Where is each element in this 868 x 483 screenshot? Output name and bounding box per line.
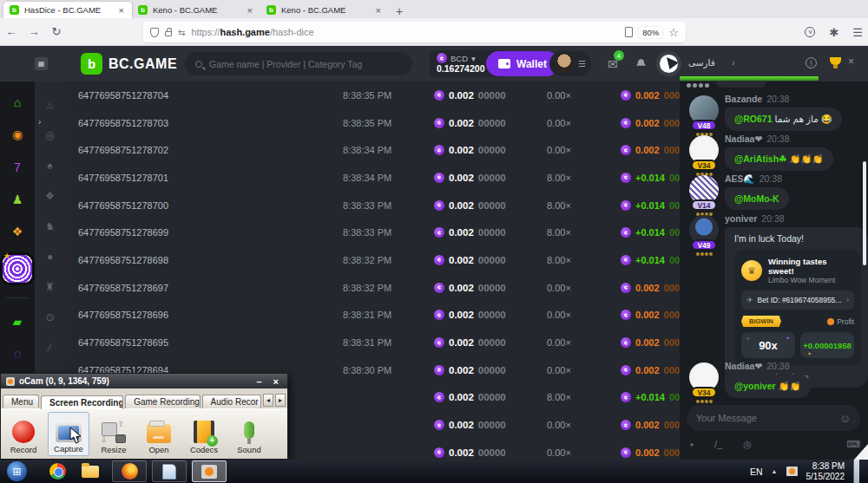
table-row[interactable]: 647769587512787048:38:35 PM¢0.002000000.… — [65, 82, 680, 109]
forward-icon[interactable]: → — [23, 25, 45, 38]
ocam-tab-menu[interactable]: Menu — [3, 395, 39, 408]
sidebar-toggle-icon[interactable]: ▦ — [35, 57, 48, 70]
category-icon-2[interactable]: ♠ — [47, 160, 52, 172]
bookmark-star-icon[interactable]: ☆ — [668, 26, 679, 39]
taskbar-explorer-icon[interactable] — [74, 460, 107, 482]
ocam-tab-scroll-right-icon[interactable]: ▸ — [275, 394, 286, 407]
browser-tab[interactable]: bKeno - BC.GAME× — [132, 2, 260, 18]
ocam-tab-game-recording[interactable]: Game Recording — [125, 395, 200, 408]
keyboard-icon[interactable]: ⌨ — [846, 439, 860, 450]
ocam-sound-button[interactable]: Sound — [228, 412, 270, 456]
chat-mention[interactable]: @yoniver — [734, 381, 779, 391]
category-icon-1[interactable]: ◎ — [45, 129, 54, 141]
sidebar-item-casino[interactable]: ◉ — [8, 126, 27, 143]
show-desktop-button[interactable] — [853, 460, 859, 483]
taskbar-chrome-icon[interactable] — [41, 460, 74, 482]
taskbar-firefox-button[interactable] — [112, 460, 147, 482]
chat-mention[interactable]: @AriAtish☘ — [734, 153, 789, 164]
taskbar-ocam-button[interactable] — [192, 460, 227, 482]
trophy-icon[interactable] — [830, 57, 841, 65]
notifications-bell-icon[interactable] — [636, 59, 646, 68]
table-row[interactable]: 647769587512787018:38:34 PM¢0.002000008.… — [65, 164, 680, 192]
sidebar-item-hash-dice[interactable] — [3, 255, 32, 282]
bcgame-logo[interactable]: b BC.GAME — [81, 53, 177, 75]
chat-scrollbar[interactable] — [863, 161, 866, 265]
ocam-capture-button[interactable]: Capture — [48, 412, 89, 456]
chat-input[interactable]: ☺ — [687, 405, 860, 431]
game-search[interactable] — [185, 52, 412, 75]
emoji-icon[interactable]: ☺ — [839, 412, 851, 425]
chat-language-tab[interactable]: فارسی — [688, 57, 715, 68]
table-row[interactable]: 647769587512786958:38:31 PM¢0.002000000.… — [65, 329, 680, 356]
chat-mention[interactable]: @RO671 — [734, 114, 774, 124]
chat-message-field[interactable] — [696, 413, 839, 423]
sidebar-expand-chevron-icon[interactable]: › — [38, 117, 41, 127]
ocam-tab-audio-recor[interactable]: Audio Recor — [202, 395, 261, 408]
zoom-level[interactable]: 80% — [639, 27, 662, 38]
table-row[interactable]: 647769587512786988:38:32 PM¢0.002000008.… — [65, 246, 680, 274]
tray-ocam-icon[interactable] — [786, 467, 798, 476]
category-icon-8[interactable]: ⁄ — [49, 342, 50, 354]
category-icon-7[interactable]: ⊙ — [45, 311, 54, 323]
chat-mention[interactable]: @MoMo-K — [734, 193, 779, 204]
table-row[interactable]: 647769587512787038:38:35 PM¢0.002000000.… — [65, 109, 680, 137]
pocket-icon[interactable]: ∨ — [805, 27, 815, 37]
ocam-open-button[interactable]: Open — [138, 412, 180, 456]
sidebar-item-shopping[interactable]: ❖ — [8, 223, 27, 240]
gif-icon[interactable]: ◎ — [743, 439, 752, 450]
profile-menu[interactable]: ☰ — [549, 51, 591, 76]
back-icon[interactable]: ← — [0, 25, 23, 38]
slash-command-icon[interactable]: /_ — [714, 439, 722, 450]
language-indicator[interactable]: EN — [750, 467, 763, 477]
messages-button[interactable]: ✉ 4 — [608, 56, 618, 72]
taskbar-clock[interactable]: 8:38 PM 5/15/2022 — [806, 461, 845, 482]
dice-bet-icon[interactable]: ⬩ — [690, 439, 694, 450]
category-icon-0[interactable]: ♨ — [45, 99, 55, 111]
tracking-shield-icon[interactable] — [150, 28, 159, 37]
table-row[interactable]: 647769587512786978:38:32 PM¢0.002000000.… — [65, 274, 680, 302]
tab-close-icon[interactable]: × — [117, 5, 126, 16]
sidebar-item-home[interactable]: ⌂ — [8, 94, 27, 111]
category-icon-6[interactable]: ♜ — [45, 281, 55, 293]
tab-close-icon[interactable]: × — [246, 5, 254, 16]
category-icon-3[interactable]: ❖ — [45, 190, 55, 202]
ocam-resize-button[interactable]: ⇧⇩Resize — [93, 412, 135, 456]
search-input[interactable] — [209, 59, 383, 69]
browser-tab[interactable]: bHasDice - BC.GAME× — [3, 2, 132, 18]
ocam-close-button[interactable]: × — [270, 376, 282, 387]
reload-icon[interactable]: ↻ — [45, 25, 68, 38]
chat-toggle-button[interactable] — [656, 51, 681, 76]
taskbar-notepad-button[interactable] — [152, 460, 187, 482]
permissions-icon[interactable]: ⇆ — [178, 28, 185, 37]
chat-tab-chevron-icon[interactable]: › — [732, 57, 735, 68]
bet-id-pill[interactable]: ✈Bet ID: #619674058955...› — [741, 290, 854, 310]
tab-close-icon[interactable]: × — [374, 5, 383, 16]
ocam-minimize-button[interactable]: – — [253, 376, 265, 387]
table-row[interactable]: 647769587512787028:38:34 PM¢0.002000000.… — [65, 136, 680, 164]
extensions-icon[interactable]: ✱ — [829, 26, 838, 39]
ocam-tab-scroll-left-icon[interactable]: ◂ — [263, 394, 273, 407]
ocam-codecs-button[interactable]: Codecs — [183, 412, 225, 456]
url-bar[interactable]: ⇆ https://hash.game/hash-dice 80% ☆ — [143, 22, 686, 42]
ocam-titlebar[interactable]: oCam (0, 9, 1364, 759) – × — [1, 374, 287, 388]
category-icon-4[interactable]: ♞ — [45, 220, 55, 232]
table-row[interactable]: 647769587512786968:38:31 PM¢0.002000000.… — [65, 302, 680, 330]
user-avatar[interactable] — [555, 54, 574, 74]
tray-expand-icon[interactable]: ▲ — [772, 468, 778, 474]
ocam-record-button[interactable]: Record — [3, 412, 44, 456]
ocam-tab-screen-recording[interactable]: Screen Recording — [41, 395, 123, 409]
sidebar-item-bonus[interactable]: ◌ — [8, 345, 27, 362]
chat-rules-icon[interactable]: ! — [806, 57, 817, 69]
reader-mode-icon[interactable] — [625, 27, 633, 37]
table-row[interactable]: 647769587512786998:38:33 PM¢0.002000008.… — [65, 219, 680, 246]
browser-tab[interactable]: bKeno - BC.GAME× — [260, 2, 389, 18]
sidebar-item-sports[interactable]: ♟ — [8, 191, 27, 208]
category-icon-5[interactable]: ● — [47, 251, 53, 263]
new-tab-button[interactable]: + — [396, 4, 403, 18]
browser-menu-icon[interactable]: ☰ — [852, 26, 863, 39]
wallet-button[interactable]: Wallet — [486, 51, 559, 76]
chat-close-icon[interactable]: × — [848, 55, 854, 68]
start-button[interactable]: ⊞ — [7, 461, 27, 481]
table-row[interactable]: 647769587512787008:38:33 PM¢0.002000008.… — [65, 192, 680, 219]
sidebar-item-slots[interactable]: 7 — [8, 159, 27, 176]
